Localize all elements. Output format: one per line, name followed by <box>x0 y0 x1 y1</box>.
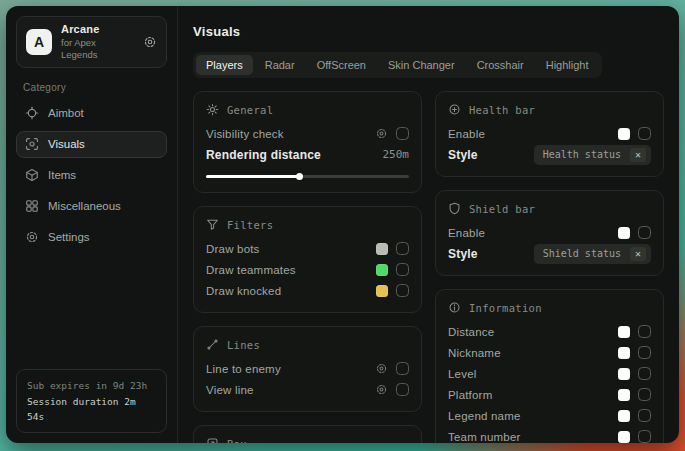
checkbox[interactable] <box>396 383 409 396</box>
tab-highlight[interactable]: Highlight <box>536 55 599 75</box>
color-swatch[interactable] <box>376 264 388 276</box>
setting-label: Draw teammates <box>206 264 296 276</box>
setting-label: Team number <box>448 431 521 443</box>
card-health-bar: Health barEnableStyleHealth status✕ <box>435 91 664 177</box>
row-settings-icon[interactable] <box>375 383 388 396</box>
card-title: Shield bar <box>469 203 535 215</box>
checkbox[interactable] <box>396 127 409 140</box>
setting-row-platform: Platform <box>448 384 651 405</box>
sidebar-item-aimbot[interactable]: Aimbot <box>16 100 167 127</box>
row-controls <box>618 388 651 401</box>
chip-close-icon[interactable]: ✕ <box>630 148 646 162</box>
subscription-info: Sub expires in 9d 23h Session duration 2… <box>16 369 167 433</box>
app-name: Arcane <box>61 23 134 37</box>
checkbox[interactable] <box>638 430 651 443</box>
slider-rendering-distance[interactable] <box>206 172 409 181</box>
color-swatch[interactable] <box>376 285 388 297</box>
setting-label: Enable <box>448 128 485 140</box>
setting-label: Nickname <box>448 347 501 359</box>
tab-offscreen[interactable]: OffScreen <box>307 55 376 75</box>
checkbox[interactable] <box>396 362 409 375</box>
card-filters: FiltersDraw botsDraw teammatesDraw knock… <box>193 206 422 313</box>
row-controls <box>375 383 409 396</box>
card-header: Information <box>448 301 651 314</box>
app-subtitle: for Apex Legends <box>61 37 134 61</box>
color-swatch[interactable] <box>618 368 630 380</box>
card-header: General <box>206 103 409 116</box>
color-swatch[interactable] <box>618 410 630 422</box>
row-controls <box>618 325 651 338</box>
cube-icon <box>25 168 39 182</box>
row-controls <box>618 430 651 443</box>
page-title: Visuals <box>193 24 664 39</box>
checkbox[interactable] <box>638 346 651 359</box>
setting-row-nickname: Nickname <box>448 342 651 363</box>
checkbox[interactable] <box>638 226 651 239</box>
setting-label: Style <box>448 247 478 261</box>
style-chip[interactable]: Health status✕ <box>534 145 651 165</box>
color-swatch[interactable] <box>618 227 630 239</box>
color-swatch[interactable] <box>376 243 388 255</box>
color-swatch[interactable] <box>618 347 630 359</box>
card-title: Health bar <box>469 104 535 116</box>
checkbox[interactable] <box>638 388 651 401</box>
brand-settings-icon[interactable] <box>143 35 157 49</box>
setting-row-line-to-enemy: Line to enemy <box>206 358 409 379</box>
card-title: Box <box>227 438 247 444</box>
color-swatch[interactable] <box>618 389 630 401</box>
sidebar-item-label: Settings <box>48 231 90 243</box>
row-controls <box>376 284 409 297</box>
setting-label: Style <box>448 148 478 162</box>
sidebar-item-label: Items <box>48 169 76 181</box>
setting-row-enable: Enable <box>448 123 651 144</box>
sidebar-item-settings[interactable]: Settings <box>16 224 167 251</box>
slider-value: 250m <box>383 148 410 161</box>
sidebar-item-label: Aimbot <box>48 107 84 119</box>
brand-card: A Arcane for Apex Legends <box>16 16 167 68</box>
setting-label: View line <box>206 384 254 396</box>
card-header: Lines <box>206 338 409 351</box>
card-general: GeneralVisibility checkRendering distanc… <box>193 91 422 193</box>
checkbox[interactable] <box>396 242 409 255</box>
setting-row-legend-name: Legend name <box>448 405 651 426</box>
row-settings-icon[interactable] <box>375 362 388 375</box>
checkbox[interactable] <box>638 367 651 380</box>
setting-label: Enable <box>448 227 485 239</box>
tab-skin-changer[interactable]: Skin Changer <box>378 55 465 75</box>
setting-row-view-line: View line <box>206 379 409 400</box>
setting-row-distance: Distance <box>448 321 651 342</box>
visuals-icon <box>25 137 39 151</box>
row-controls <box>376 263 409 276</box>
color-swatch[interactable] <box>618 326 630 338</box>
tab-radar[interactable]: Radar <box>255 55 305 75</box>
setting-row-level: Level <box>448 363 651 384</box>
slider-thumb[interactable] <box>296 173 303 180</box>
checkbox[interactable] <box>396 284 409 297</box>
card-header: Shield bar <box>448 202 651 215</box>
row-settings-icon[interactable] <box>375 127 388 140</box>
chip-label: Shield status <box>543 248 621 259</box>
card-lines: LinesLine to enemyView line <box>193 326 422 412</box>
setting-label: Draw knocked <box>206 285 281 297</box>
info-icon <box>448 301 461 314</box>
color-swatch[interactable] <box>618 128 630 140</box>
tab-crosshair[interactable]: Crosshair <box>467 55 534 75</box>
brand-text: Arcane for Apex Legends <box>61 23 134 61</box>
setting-row-visibility-check: Visibility check <box>206 123 409 144</box>
color-swatch[interactable] <box>618 431 630 443</box>
checkbox[interactable] <box>638 127 651 140</box>
style-chip[interactable]: Shield status✕ <box>534 244 651 264</box>
checkbox[interactable] <box>638 409 651 422</box>
left-column: GeneralVisibility checkRendering distanc… <box>193 91 422 443</box>
sidebar-item-visuals[interactable]: Visuals <box>16 131 167 158</box>
chip-close-icon[interactable]: ✕ <box>630 247 646 261</box>
funnel-icon <box>206 218 219 231</box>
sidebar-item-miscellaneous[interactable]: Miscellaneous <box>16 193 167 220</box>
sidebar-item-items[interactable]: Items <box>16 162 167 189</box>
tab-players[interactable]: Players <box>196 55 253 75</box>
card-title: Filters <box>227 219 273 231</box>
card-title: General <box>227 104 273 116</box>
card-header: Health bar <box>448 103 651 116</box>
checkbox[interactable] <box>638 325 651 338</box>
checkbox[interactable] <box>396 263 409 276</box>
